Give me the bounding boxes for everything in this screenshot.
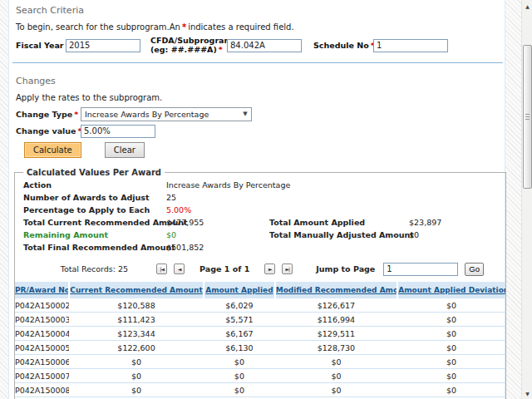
cfda-subprogram-input[interactable]: [227, 39, 302, 52]
calculated-values-summary: Action Increase Awards By Percentage Num…: [15, 177, 505, 254]
percentage-label: Percentage to Apply to Each: [23, 204, 166, 216]
search-instructions: To begin, search for the subprogram.An*i…: [16, 22, 505, 32]
table-cell: P042A150006: [15, 355, 69, 369]
required-asterisk: *: [180, 22, 188, 32]
search-fields-row: Fiscal Year* CFDA/Subprogram (eg: ##.###…: [16, 37, 505, 55]
total-current-row: Total Current Recommended Amount $477,95…: [23, 216, 499, 229]
page-indicator: Page 1 of 1: [200, 264, 249, 273]
percentage-value: 5.00%: [166, 204, 269, 216]
column-header-amount-applied[interactable]: Amount Applied: [204, 282, 275, 298]
percentage-row: Percentage to Apply to Each 5.00%: [23, 204, 499, 216]
chevron-down-icon[interactable]: ▼: [239, 111, 251, 117]
change-type-label: Change Type*: [16, 110, 81, 119]
scroll-down-icon[interactable]: ▼: [522, 387, 532, 399]
table-cell: $0: [204, 369, 275, 383]
total-manual-value: $0: [409, 229, 499, 241]
action-label: Action: [23, 179, 166, 191]
jump-to-page-input[interactable]: [383, 263, 458, 276]
table-cell: $0: [69, 355, 204, 369]
table-row: P042A150003$111,423$5,571$116,994$0: [15, 313, 505, 327]
table-cell: $0: [397, 369, 505, 383]
change-value-row: Change value*: [16, 125, 505, 138]
column-header-modified-recommended[interactable]: Modified Recommended Amount: [275, 282, 398, 298]
table-cell: $116,994: [275, 313, 398, 327]
table-cell: $0: [275, 369, 398, 383]
table-cell: $6,130: [204, 341, 275, 355]
table-cell: P042A150002: [15, 298, 69, 313]
required-asterisk: *: [72, 110, 80, 119]
table-cell: $0: [275, 383, 398, 397]
action-row: Action Increase Awards By Percentage: [23, 179, 499, 191]
table-cell: $0: [69, 369, 204, 383]
total-applied-label: Total Amount Applied: [269, 216, 409, 229]
search-criteria-heading: Search Criteria: [16, 5, 505, 16]
table-row: P042A150006$0$0$0$0: [15, 355, 505, 369]
table-cell: $0: [397, 327, 505, 341]
jump-to-page-label: Jump to Page: [316, 264, 375, 273]
column-header-current-recommended[interactable]: Current Recommended Amount: [69, 282, 204, 298]
num-awards-label: Number of Awards to Adjust: [23, 191, 166, 204]
schedule-no-input[interactable]: [373, 39, 448, 52]
table-cell: P042A150005: [15, 341, 69, 355]
table-cell: $0: [275, 355, 398, 369]
section-divider: [12, 62, 503, 63]
column-header-deviation[interactable]: Amount Applied Deviation: [397, 282, 505, 298]
table-cell: $5,571: [204, 313, 275, 327]
scroll-thumb-grip: [525, 114, 530, 120]
total-applied-value: $23,897: [409, 216, 499, 229]
table-header-row: PR/Award No Current Recommended Amount A…: [15, 282, 505, 298]
prev-page-icon[interactable]: ◄: [174, 264, 185, 274]
last-page-icon[interactable]: ►|: [282, 264, 293, 274]
awards-table: PR/Award No Current Recommended Amount A…: [15, 282, 505, 399]
change-value-label: Change value*: [16, 126, 81, 135]
schedule-no-label: Schedule No*: [313, 41, 373, 50]
table-cell: $0: [397, 383, 505, 397]
action-value: Increase Awards By Percentage: [166, 179, 269, 191]
table-row: P042A150002$120,588$6,029$126,617$0: [15, 298, 505, 313]
table-row: P042A150004$123,344$6,167$129,511$0: [15, 327, 505, 341]
table-cell: $120,588: [69, 298, 204, 313]
table-cell: P042A150004: [15, 327, 69, 341]
calculate-button[interactable]: Calculate: [24, 142, 81, 158]
changes-buttons-row: Calculate Clear: [24, 142, 505, 158]
remaining-value: $0: [166, 229, 269, 241]
remaining-row: Remaining Amount $0 Total Manually Adjus…: [23, 229, 499, 241]
total-current-value: $477,955: [166, 216, 269, 229]
table-cell: $0: [204, 355, 275, 369]
table-cell: $0: [397, 355, 505, 369]
first-page-icon[interactable]: |◄: [156, 264, 167, 274]
calculated-values-fieldset: Calculated Values Per Award Action Incre…: [14, 168, 506, 399]
total-current-label: Total Current Recommended Amount: [23, 216, 166, 229]
total-final-label: Total Final Recommended Amount: [23, 241, 166, 254]
fiscal-year-input[interactable]: [66, 39, 140, 52]
table-row: P042A150005$122,600$6,130$128,730$0: [15, 341, 505, 355]
table-cell: $0: [397, 341, 505, 355]
award-table-body: P042A150002$120,588$6,029$126,617$0P042A…: [15, 298, 505, 399]
changes-heading: Changes: [16, 76, 505, 86]
table-row: P042A150007$0$0$0$0: [15, 369, 505, 383]
scrollbar-thumb[interactable]: [523, 45, 532, 189]
next-page-icon[interactable]: ►: [264, 264, 275, 274]
num-awards-row: Number of Awards to Adjust 25: [23, 191, 499, 204]
table-cell: $0: [397, 313, 505, 327]
table-cell: $122,600: [69, 341, 204, 355]
go-button[interactable]: Go: [465, 263, 484, 276]
change-value-input[interactable]: [81, 125, 155, 138]
total-records-label: Total Records: 25: [61, 264, 128, 273]
column-header-pr-award-no[interactable]: PR/Award No: [15, 282, 69, 298]
table-cell: $123,344: [69, 327, 204, 341]
table-cell: $129,511: [275, 327, 398, 341]
table-row: P042A150008$0$0$0$0: [15, 383, 505, 397]
required-asterisk: *: [217, 45, 224, 54]
clear-button[interactable]: Clear: [105, 142, 145, 158]
total-final-row: Total Final Recommended Amount $501,852: [23, 241, 499, 254]
table-cell: $0: [204, 383, 275, 397]
total-manual-label: Total Manually Adjusted Amount: [269, 229, 409, 241]
change-type-select[interactable]: Increase Awards By Percentage ▼: [81, 107, 252, 121]
table-cell: P042A150003: [15, 313, 69, 327]
vertical-scrollbar[interactable]: ▲ ▼: [521, 0, 532, 399]
cfda-subprogram-label: CFDA/Subprogram (eg: ##.###A)*: [150, 37, 227, 55]
change-type-selected-value: Increase Awards By Percentage: [85, 110, 239, 119]
scroll-up-icon[interactable]: ▲: [522, 0, 532, 12]
table-cell: $0: [69, 383, 204, 397]
